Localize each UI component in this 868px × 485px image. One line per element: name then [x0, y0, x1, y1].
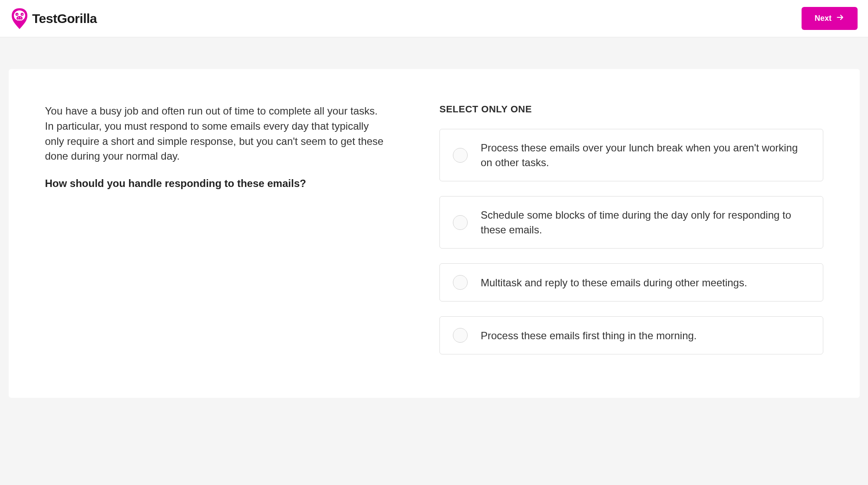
radio-icon [453, 328, 468, 343]
answer-option-text: Process these emails first thing in the … [481, 328, 697, 343]
answer-option-text: Schedule some blocks of time during the … [481, 208, 810, 237]
page-body: You have a busy job and often run out of… [0, 37, 868, 415]
radio-icon [453, 215, 468, 230]
gorilla-icon [10, 8, 29, 29]
brand-name: TestGorilla [32, 11, 97, 26]
answer-option[interactable]: Schedule some blocks of time during the … [439, 196, 823, 249]
app-header: TestGorilla Next [0, 0, 868, 37]
answer-option-text: Multitask and reply to these emails duri… [481, 275, 747, 290]
answer-option[interactable]: Process these emails over your lunch bre… [439, 129, 823, 181]
svg-point-6 [18, 17, 19, 18]
question-text-column: You have a busy job and often run out of… [45, 104, 387, 354]
question-prompt: How should you handle responding to thes… [45, 176, 387, 191]
answer-instruction: SELECT ONLY ONE [439, 104, 823, 115]
svg-point-3 [17, 14, 17, 15]
radio-icon [453, 148, 468, 163]
question-layout: You have a busy job and often run out of… [45, 104, 823, 354]
answer-option[interactable]: Process these emails first thing in the … [439, 316, 823, 354]
answers-column: SELECT ONLY ONE Process these emails ove… [439, 104, 823, 354]
answer-option[interactable]: Multitask and reply to these emails duri… [439, 263, 823, 301]
answer-option-text: Process these emails over your lunch bre… [481, 141, 810, 170]
question-card: You have a busy job and often run out of… [9, 69, 860, 398]
svg-point-7 [20, 17, 21, 18]
radio-icon [453, 275, 468, 290]
brand-logo: TestGorilla [10, 8, 97, 29]
next-button[interactable]: Next [802, 7, 858, 30]
question-context: You have a busy job and often run out of… [45, 104, 387, 164]
next-button-label: Next [815, 14, 832, 23]
arrow-right-icon [836, 13, 845, 24]
svg-point-4 [22, 14, 23, 15]
